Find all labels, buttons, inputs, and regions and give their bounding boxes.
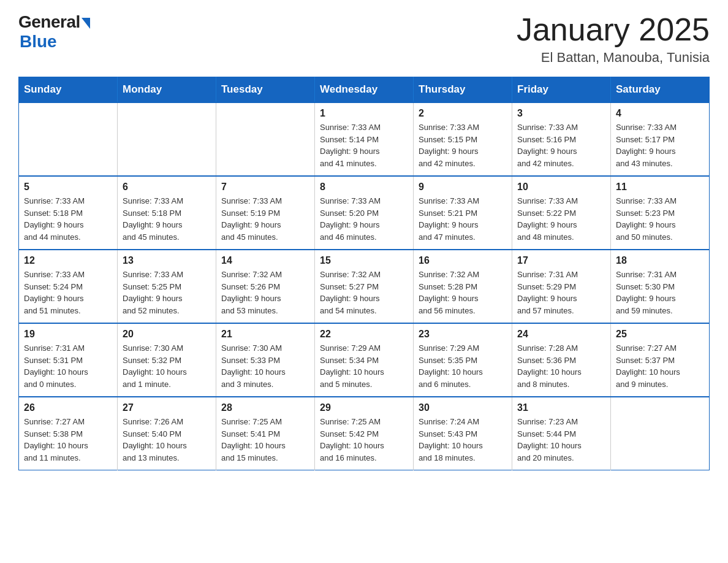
day-cell: 21Sunrise: 7:30 AM Sunset: 5:33 PM Dayli… xyxy=(216,323,315,397)
day-info: Sunrise: 7:25 AM Sunset: 5:41 PM Dayligh… xyxy=(221,416,309,464)
day-number: 25 xyxy=(616,329,704,340)
day-info: Sunrise: 7:33 AM Sunset: 5:23 PM Dayligh… xyxy=(616,195,704,243)
week-row-3: 12Sunrise: 7:33 AM Sunset: 5:24 PM Dayli… xyxy=(19,250,710,323)
day-info: Sunrise: 7:32 AM Sunset: 5:27 PM Dayligh… xyxy=(320,269,408,316)
day-number: 5 xyxy=(24,182,112,193)
logo: General Blue xyxy=(18,12,90,52)
day-number: 27 xyxy=(123,402,211,413)
day-info: Sunrise: 7:33 AM Sunset: 5:24 PM Dayligh… xyxy=(24,269,112,316)
day-info: Sunrise: 7:28 AM Sunset: 5:36 PM Dayligh… xyxy=(517,342,605,390)
day-info: Sunrise: 7:27 AM Sunset: 5:37 PM Dayligh… xyxy=(616,342,704,390)
day-cell: 31Sunrise: 7:23 AM Sunset: 5:44 PM Dayli… xyxy=(512,397,611,470)
day-number: 17 xyxy=(517,255,605,266)
day-cell: 23Sunrise: 7:29 AM Sunset: 5:35 PM Dayli… xyxy=(414,323,512,397)
day-cell: 2Sunrise: 7:33 AM Sunset: 5:15 PM Daylig… xyxy=(414,102,512,176)
day-number: 23 xyxy=(419,329,507,340)
day-cell: 5Sunrise: 7:33 AM Sunset: 5:18 PM Daylig… xyxy=(19,176,118,250)
day-number: 3 xyxy=(517,108,605,119)
day-number: 16 xyxy=(419,255,507,266)
logo-general-text: General xyxy=(18,12,80,32)
day-number: 4 xyxy=(616,108,704,119)
day-cell: 24Sunrise: 7:28 AM Sunset: 5:36 PM Dayli… xyxy=(512,323,611,397)
day-number: 2 xyxy=(419,108,507,119)
day-cell xyxy=(19,102,118,176)
day-info: Sunrise: 7:25 AM Sunset: 5:42 PM Dayligh… xyxy=(320,416,408,464)
day-number: 30 xyxy=(419,402,507,413)
logo-triangle-icon xyxy=(82,18,90,29)
calendar-table: SundayMondayTuesdayWednesdayThursdayFrid… xyxy=(18,77,710,470)
day-cell xyxy=(216,102,315,176)
day-cell: 19Sunrise: 7:31 AM Sunset: 5:31 PM Dayli… xyxy=(19,323,118,397)
day-info: Sunrise: 7:30 AM Sunset: 5:32 PM Dayligh… xyxy=(123,342,211,390)
day-number: 6 xyxy=(123,182,211,193)
week-row-2: 5Sunrise: 7:33 AM Sunset: 5:18 PM Daylig… xyxy=(19,176,710,250)
day-info: Sunrise: 7:33 AM Sunset: 5:22 PM Dayligh… xyxy=(517,195,605,243)
day-number: 7 xyxy=(221,182,309,193)
header-tuesday: Tuesday xyxy=(216,77,315,103)
day-info: Sunrise: 7:33 AM Sunset: 5:18 PM Dayligh… xyxy=(24,195,112,243)
day-info: Sunrise: 7:33 AM Sunset: 5:21 PM Dayligh… xyxy=(419,195,507,243)
day-info: Sunrise: 7:33 AM Sunset: 5:17 PM Dayligh… xyxy=(616,121,704,169)
day-cell: 7Sunrise: 7:33 AM Sunset: 5:19 PM Daylig… xyxy=(216,176,315,250)
day-cell: 8Sunrise: 7:33 AM Sunset: 5:20 PM Daylig… xyxy=(315,176,414,250)
day-cell: 25Sunrise: 7:27 AM Sunset: 5:37 PM Dayli… xyxy=(611,323,710,397)
day-cell: 6Sunrise: 7:33 AM Sunset: 5:18 PM Daylig… xyxy=(118,176,216,250)
day-cell: 26Sunrise: 7:27 AM Sunset: 5:38 PM Dayli… xyxy=(19,397,118,470)
day-info: Sunrise: 7:29 AM Sunset: 5:35 PM Dayligh… xyxy=(419,342,507,390)
day-cell: 12Sunrise: 7:33 AM Sunset: 5:24 PM Dayli… xyxy=(19,250,118,323)
day-cell xyxy=(611,397,710,470)
day-number: 11 xyxy=(616,182,704,193)
day-info: Sunrise: 7:33 AM Sunset: 5:20 PM Dayligh… xyxy=(320,195,408,243)
day-info: Sunrise: 7:30 AM Sunset: 5:33 PM Dayligh… xyxy=(221,342,309,390)
day-info: Sunrise: 7:26 AM Sunset: 5:40 PM Dayligh… xyxy=(123,416,211,464)
day-number: 20 xyxy=(123,329,211,340)
day-info: Sunrise: 7:33 AM Sunset: 5:19 PM Dayligh… xyxy=(221,195,309,243)
day-cell: 4Sunrise: 7:33 AM Sunset: 5:17 PM Daylig… xyxy=(611,102,710,176)
day-cell: 15Sunrise: 7:32 AM Sunset: 5:27 PM Dayli… xyxy=(315,250,414,323)
day-number: 19 xyxy=(24,329,112,340)
day-number: 26 xyxy=(24,402,112,413)
day-info: Sunrise: 7:29 AM Sunset: 5:34 PM Dayligh… xyxy=(320,342,408,390)
day-info: Sunrise: 7:32 AM Sunset: 5:26 PM Dayligh… xyxy=(221,269,309,316)
day-number: 24 xyxy=(517,329,605,340)
header-saturday: Saturday xyxy=(611,77,710,103)
week-row-4: 19Sunrise: 7:31 AM Sunset: 5:31 PM Dayli… xyxy=(19,323,710,397)
day-number: 22 xyxy=(320,329,408,340)
calendar-header: SundayMondayTuesdayWednesdayThursdayFrid… xyxy=(19,77,710,103)
day-cell xyxy=(118,102,216,176)
main-title: January 2025 xyxy=(517,12,710,47)
day-cell: 28Sunrise: 7:25 AM Sunset: 5:41 PM Dayli… xyxy=(216,397,315,470)
day-number: 28 xyxy=(221,402,309,413)
week-row-1: 1Sunrise: 7:33 AM Sunset: 5:14 PM Daylig… xyxy=(19,102,710,176)
day-number: 1 xyxy=(320,108,408,119)
day-number: 18 xyxy=(616,255,704,266)
day-cell: 16Sunrise: 7:32 AM Sunset: 5:28 PM Dayli… xyxy=(414,250,512,323)
day-cell: 9Sunrise: 7:33 AM Sunset: 5:21 PM Daylig… xyxy=(414,176,512,250)
day-cell: 27Sunrise: 7:26 AM Sunset: 5:40 PM Dayli… xyxy=(118,397,216,470)
day-info: Sunrise: 7:32 AM Sunset: 5:28 PM Dayligh… xyxy=(419,269,507,316)
day-cell: 30Sunrise: 7:24 AM Sunset: 5:43 PM Dayli… xyxy=(414,397,512,470)
header-wednesday: Wednesday xyxy=(315,77,414,103)
day-number: 8 xyxy=(320,182,408,193)
day-number: 14 xyxy=(221,255,309,266)
day-number: 9 xyxy=(419,182,507,193)
day-cell: 13Sunrise: 7:33 AM Sunset: 5:25 PM Dayli… xyxy=(118,250,216,323)
day-cell: 10Sunrise: 7:33 AM Sunset: 5:22 PM Dayli… xyxy=(512,176,611,250)
logo-blue-text: Blue xyxy=(20,32,57,52)
header-row: SundayMondayTuesdayWednesdayThursdayFrid… xyxy=(19,77,710,103)
day-number: 29 xyxy=(320,402,408,413)
day-number: 15 xyxy=(320,255,408,266)
header-friday: Friday xyxy=(512,77,611,103)
day-number: 31 xyxy=(517,402,605,413)
header-sunday: Sunday xyxy=(19,77,118,103)
day-cell: 14Sunrise: 7:32 AM Sunset: 5:26 PM Dayli… xyxy=(216,250,315,323)
day-cell: 3Sunrise: 7:33 AM Sunset: 5:16 PM Daylig… xyxy=(512,102,611,176)
day-cell: 18Sunrise: 7:31 AM Sunset: 5:30 PM Dayli… xyxy=(611,250,710,323)
day-info: Sunrise: 7:33 AM Sunset: 5:15 PM Dayligh… xyxy=(419,121,507,169)
day-cell: 11Sunrise: 7:33 AM Sunset: 5:23 PM Dayli… xyxy=(611,176,710,250)
day-number: 12 xyxy=(24,255,112,266)
location-subtitle: El Battan, Manouba, Tunisia xyxy=(517,50,710,66)
calendar-body: 1Sunrise: 7:33 AM Sunset: 5:14 PM Daylig… xyxy=(19,102,710,470)
day-info: Sunrise: 7:33 AM Sunset: 5:16 PM Dayligh… xyxy=(517,121,605,169)
page-header: General Blue January 2025 El Battan, Man… xyxy=(18,12,710,66)
